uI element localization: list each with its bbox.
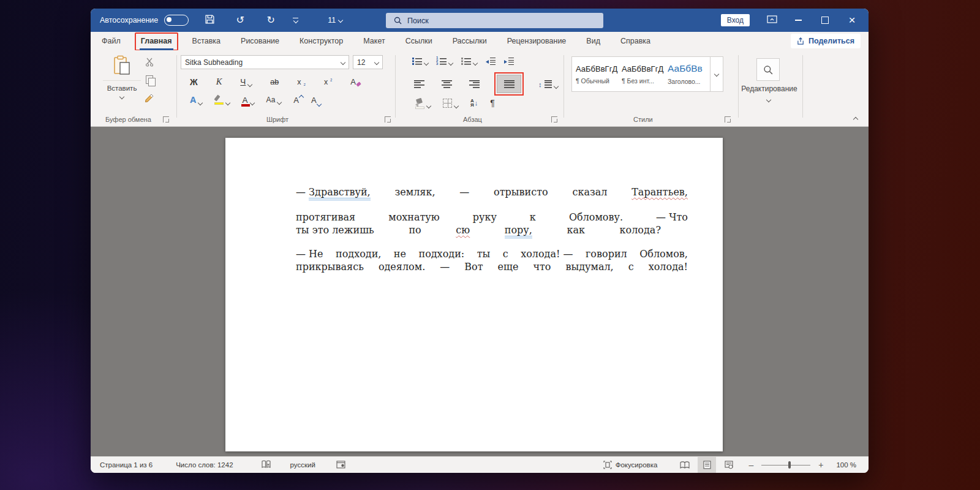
share-button[interactable]: Поделиться [791,34,861,48]
word-count[interactable]: Число слов: 1242 [176,461,233,469]
redo-icon[interactable]: ↻ [265,15,277,25]
toggle-knob [167,17,172,22]
tab-макет[interactable]: Макет [361,32,386,50]
paragraph-buttons-row1: 123 [412,58,514,65]
language-indicator[interactable]: русский [290,461,315,469]
minimize-button[interactable] [791,9,805,32]
chevron-down-icon[interactable] [766,97,771,102]
chevron-up-icon [299,94,304,99]
editing-search-button[interactable] [756,58,780,81]
tab-файл[interactable]: Файл [100,32,123,50]
grow-font-button[interactable]: А [293,96,299,105]
superscript-button[interactable]: x² [324,78,332,86]
font-size-combo[interactable]: 12 [353,55,383,69]
multilevel-list-button[interactable] [461,58,477,65]
document-area[interactable]: — Здравствуй,земляк,—отрывистосказалТара… [91,127,869,456]
word: говорил [586,248,627,260]
format-painter-icon[interactable] [145,92,154,102]
line-spacing-button[interactable]: ↕ [538,80,558,88]
highlight-color-button[interactable] [214,96,230,105]
zoom-out-button[interactable]: – [747,460,755,470]
font-dialog-launcher[interactable] [385,116,391,123]
styles-dialog-launcher[interactable] [725,116,731,123]
borders-button[interactable] [443,99,458,108]
autosave-toggle[interactable] [164,15,189,26]
align-left-button[interactable] [414,80,424,88]
print-layout-button[interactable] [698,457,716,473]
zoom-level[interactable]: 100 % [836,461,856,469]
ribbon-display-options-icon[interactable] [766,15,778,26]
word: холода! — [521,248,573,260]
style-item[interactable]: АаБбВвЗаголово... [664,57,710,91]
tab-рассылки[interactable]: Рассылки [451,32,489,50]
tab-рисование[interactable]: Рисование [239,32,281,50]
style-item[interactable]: АаБбВвГгД¶ Без инт... [618,57,664,91]
collapse-ribbon-icon[interactable] [853,117,858,122]
word: Вот [464,261,483,273]
share-icon [797,37,805,45]
zoom-in-button[interactable]: + [816,460,825,470]
paragraph-dialog-launcher[interactable] [551,116,557,123]
tab-рецензирование[interactable]: Рецензирование [505,32,568,50]
style-item[interactable]: АаБбВвГгД¶ Обычный [572,57,618,91]
bold-button[interactable]: Ж [190,77,198,87]
proofing-errors-icon[interactable] [262,460,271,470]
quick-font-size[interactable]: 11 [328,16,342,24]
cut-icon[interactable] [145,58,154,67]
strikethrough-button[interactable]: ab [270,78,279,86]
styles-gallery: АаБбВвГгД¶ ОбычныйАаБбВвГгД¶ Без инт...А… [571,56,710,92]
tab-вставка[interactable]: Вставка [190,32,222,50]
close-button[interactable]: × [845,9,859,32]
numbering-button[interactable]: 123 [437,58,453,65]
save-icon[interactable] [203,14,216,26]
word: сю [456,224,470,236]
justify-button[interactable] [497,75,521,93]
decrease-indent-button[interactable] [486,58,496,65]
tab-вид[interactable]: Вид [584,32,602,50]
customize-quick-access-icon[interactable] [293,18,298,23]
page-indicator[interactable]: Страница 1 из 6 [100,461,153,469]
group-separator [395,55,396,118]
web-layout-button[interactable] [720,457,738,473]
maximize-button[interactable] [818,9,832,32]
focus-mode-button[interactable]: Фокусировка [603,461,658,469]
word-window: Автосохранение ↺ ↻ 11 Поиск Вход × [91,9,869,473]
underline-button[interactable]: Ч [240,77,252,86]
tab-главная[interactable]: Главная [139,32,174,50]
signin-button[interactable]: Вход [721,14,750,26]
text-effects-button[interactable]: А [190,95,202,105]
clear-formatting-button[interactable]: А [350,77,356,86]
justify-icon [504,80,514,88]
show-marks-button[interactable]: ¶ [490,98,495,108]
chevron-down-icon [426,103,431,108]
align-right-button[interactable] [469,80,480,88]
zoom-slider[interactable] [761,465,810,466]
read-mode-button[interactable] [676,457,694,473]
undo-icon[interactable]: ↺ [234,15,246,25]
tab-конструктор[interactable]: Конструктор [298,32,345,50]
copy-icon[interactable] [146,75,153,84]
paste-button[interactable]: Вставить [103,55,141,99]
tab-ссылки[interactable]: Ссылки [404,32,434,50]
increase-indent-button[interactable] [504,58,514,65]
align-center-button[interactable] [442,80,452,88]
word: — [459,186,469,198]
macro-record-icon[interactable] [336,461,345,470]
tab-справка[interactable]: Справка [619,32,652,50]
change-case-button[interactable]: Аа [266,96,282,104]
bullets-button[interactable] [412,58,428,65]
italic-button[interactable]: К [216,77,222,87]
chevron-down-icon [119,94,124,99]
search-box[interactable]: Поиск [386,13,603,28]
clipboard-dialog-launcher[interactable] [163,116,169,123]
shading-button[interactable] [415,99,431,108]
sort-button[interactable]: АЯ↓ [470,99,478,107]
subscript-button[interactable]: x₂ [297,78,306,86]
styles-more-button[interactable] [710,56,723,92]
zoom-slider-handle[interactable] [788,461,791,469]
font-color-button[interactable]: А [242,96,254,105]
underline-letter: Ч [240,77,246,86]
document-page[interactable]: — Здравствуй,земляк,—отрывистосказалТара… [225,138,723,451]
font-name-combo[interactable]: Sitka Subheading [181,55,349,69]
shrink-font-button[interactable]: А [311,96,317,105]
